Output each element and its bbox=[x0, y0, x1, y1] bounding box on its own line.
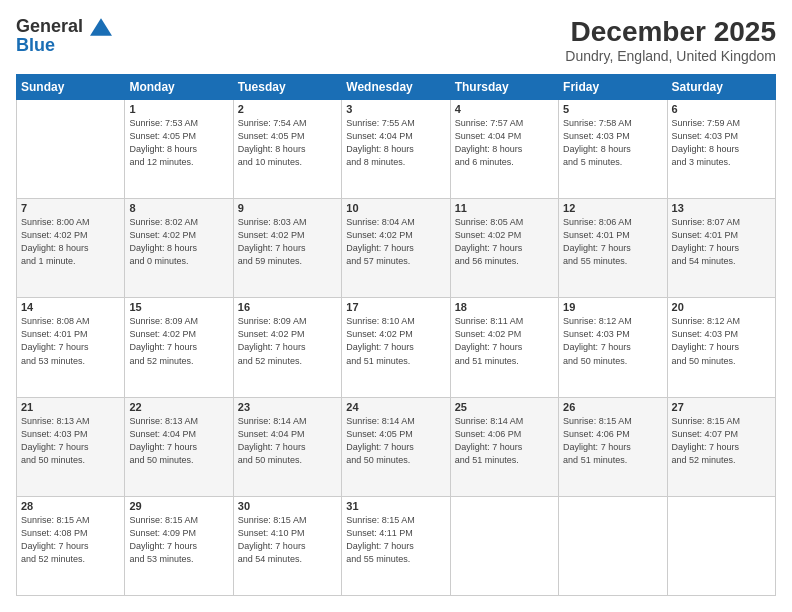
calendar-cell: 22Sunrise: 8:13 AM Sunset: 4:04 PM Dayli… bbox=[125, 397, 233, 496]
logo: General Blue bbox=[16, 16, 112, 56]
calendar-cell bbox=[17, 100, 125, 199]
header: General Blue December 2025 Dundry, Engla… bbox=[16, 16, 776, 64]
day-number: 4 bbox=[455, 103, 554, 115]
day-info: Sunrise: 8:11 AM Sunset: 4:02 PM Dayligh… bbox=[455, 315, 554, 367]
week-row-5: 28Sunrise: 8:15 AM Sunset: 4:08 PM Dayli… bbox=[17, 496, 776, 595]
calendar-cell: 17Sunrise: 8:10 AM Sunset: 4:02 PM Dayli… bbox=[342, 298, 450, 397]
day-number: 21 bbox=[21, 401, 120, 413]
calendar-cell: 28Sunrise: 8:15 AM Sunset: 4:08 PM Dayli… bbox=[17, 496, 125, 595]
day-number: 11 bbox=[455, 202, 554, 214]
week-row-3: 14Sunrise: 8:08 AM Sunset: 4:01 PM Dayli… bbox=[17, 298, 776, 397]
week-row-1: 1Sunrise: 7:53 AM Sunset: 4:05 PM Daylig… bbox=[17, 100, 776, 199]
day-info: Sunrise: 7:58 AM Sunset: 4:03 PM Dayligh… bbox=[563, 117, 662, 169]
logo-icon bbox=[90, 17, 112, 37]
day-header-tuesday: Tuesday bbox=[233, 75, 341, 100]
day-number: 2 bbox=[238, 103, 337, 115]
calendar-cell: 8Sunrise: 8:02 AM Sunset: 4:02 PM Daylig… bbox=[125, 199, 233, 298]
calendar-cell: 4Sunrise: 7:57 AM Sunset: 4:04 PM Daylig… bbox=[450, 100, 558, 199]
logo-blue: Blue bbox=[16, 35, 112, 56]
day-number: 5 bbox=[563, 103, 662, 115]
calendar-cell: 15Sunrise: 8:09 AM Sunset: 4:02 PM Dayli… bbox=[125, 298, 233, 397]
location: Dundry, England, United Kingdom bbox=[565, 48, 776, 64]
page: General Blue December 2025 Dundry, Engla… bbox=[0, 0, 792, 612]
calendar-cell: 29Sunrise: 8:15 AM Sunset: 4:09 PM Dayli… bbox=[125, 496, 233, 595]
calendar-cell: 18Sunrise: 8:11 AM Sunset: 4:02 PM Dayli… bbox=[450, 298, 558, 397]
day-info: Sunrise: 8:14 AM Sunset: 4:04 PM Dayligh… bbox=[238, 415, 337, 467]
calendar-cell: 20Sunrise: 8:12 AM Sunset: 4:03 PM Dayli… bbox=[667, 298, 775, 397]
day-number: 7 bbox=[21, 202, 120, 214]
day-info: Sunrise: 8:10 AM Sunset: 4:02 PM Dayligh… bbox=[346, 315, 445, 367]
day-number: 29 bbox=[129, 500, 228, 512]
day-number: 6 bbox=[672, 103, 771, 115]
day-number: 22 bbox=[129, 401, 228, 413]
day-header-thursday: Thursday bbox=[450, 75, 558, 100]
day-info: Sunrise: 8:13 AM Sunset: 4:03 PM Dayligh… bbox=[21, 415, 120, 467]
day-info: Sunrise: 8:15 AM Sunset: 4:07 PM Dayligh… bbox=[672, 415, 771, 467]
day-info: Sunrise: 7:55 AM Sunset: 4:04 PM Dayligh… bbox=[346, 117, 445, 169]
calendar-cell: 27Sunrise: 8:15 AM Sunset: 4:07 PM Dayli… bbox=[667, 397, 775, 496]
title-block: December 2025 Dundry, England, United Ki… bbox=[565, 16, 776, 64]
calendar-cell: 9Sunrise: 8:03 AM Sunset: 4:02 PM Daylig… bbox=[233, 199, 341, 298]
day-info: Sunrise: 8:14 AM Sunset: 4:06 PM Dayligh… bbox=[455, 415, 554, 467]
day-info: Sunrise: 8:03 AM Sunset: 4:02 PM Dayligh… bbox=[238, 216, 337, 268]
calendar-header-row: SundayMondayTuesdayWednesdayThursdayFrid… bbox=[17, 75, 776, 100]
day-info: Sunrise: 8:14 AM Sunset: 4:05 PM Dayligh… bbox=[346, 415, 445, 467]
calendar-cell: 14Sunrise: 8:08 AM Sunset: 4:01 PM Dayli… bbox=[17, 298, 125, 397]
calendar-cell: 23Sunrise: 8:14 AM Sunset: 4:04 PM Dayli… bbox=[233, 397, 341, 496]
day-info: Sunrise: 8:13 AM Sunset: 4:04 PM Dayligh… bbox=[129, 415, 228, 467]
day-info: Sunrise: 8:08 AM Sunset: 4:01 PM Dayligh… bbox=[21, 315, 120, 367]
calendar-cell bbox=[450, 496, 558, 595]
day-number: 18 bbox=[455, 301, 554, 313]
calendar-cell: 12Sunrise: 8:06 AM Sunset: 4:01 PM Dayli… bbox=[559, 199, 667, 298]
calendar-cell: 10Sunrise: 8:04 AM Sunset: 4:02 PM Dayli… bbox=[342, 199, 450, 298]
calendar-cell: 7Sunrise: 8:00 AM Sunset: 4:02 PM Daylig… bbox=[17, 199, 125, 298]
day-number: 24 bbox=[346, 401, 445, 413]
day-number: 23 bbox=[238, 401, 337, 413]
calendar-cell: 24Sunrise: 8:14 AM Sunset: 4:05 PM Dayli… bbox=[342, 397, 450, 496]
calendar-cell bbox=[667, 496, 775, 595]
logo-general: General bbox=[16, 16, 83, 36]
calendar-cell: 30Sunrise: 8:15 AM Sunset: 4:10 PM Dayli… bbox=[233, 496, 341, 595]
day-info: Sunrise: 8:15 AM Sunset: 4:09 PM Dayligh… bbox=[129, 514, 228, 566]
day-info: Sunrise: 8:00 AM Sunset: 4:02 PM Dayligh… bbox=[21, 216, 120, 268]
day-info: Sunrise: 8:15 AM Sunset: 4:06 PM Dayligh… bbox=[563, 415, 662, 467]
calendar-cell: 11Sunrise: 8:05 AM Sunset: 4:02 PM Dayli… bbox=[450, 199, 558, 298]
day-header-wednesday: Wednesday bbox=[342, 75, 450, 100]
day-header-monday: Monday bbox=[125, 75, 233, 100]
day-info: Sunrise: 8:15 AM Sunset: 4:11 PM Dayligh… bbox=[346, 514, 445, 566]
day-number: 3 bbox=[346, 103, 445, 115]
calendar-cell: 16Sunrise: 8:09 AM Sunset: 4:02 PM Dayli… bbox=[233, 298, 341, 397]
calendar-cell: 21Sunrise: 8:13 AM Sunset: 4:03 PM Dayli… bbox=[17, 397, 125, 496]
day-number: 8 bbox=[129, 202, 228, 214]
calendar-table: SundayMondayTuesdayWednesdayThursdayFrid… bbox=[16, 74, 776, 596]
day-info: Sunrise: 7:59 AM Sunset: 4:03 PM Dayligh… bbox=[672, 117, 771, 169]
day-number: 28 bbox=[21, 500, 120, 512]
day-info: Sunrise: 8:06 AM Sunset: 4:01 PM Dayligh… bbox=[563, 216, 662, 268]
calendar-cell: 1Sunrise: 7:53 AM Sunset: 4:05 PM Daylig… bbox=[125, 100, 233, 199]
day-number: 19 bbox=[563, 301, 662, 313]
day-info: Sunrise: 8:15 AM Sunset: 4:10 PM Dayligh… bbox=[238, 514, 337, 566]
calendar-cell: 26Sunrise: 8:15 AM Sunset: 4:06 PM Dayli… bbox=[559, 397, 667, 496]
day-header-saturday: Saturday bbox=[667, 75, 775, 100]
calendar-cell: 31Sunrise: 8:15 AM Sunset: 4:11 PM Dayli… bbox=[342, 496, 450, 595]
day-number: 12 bbox=[563, 202, 662, 214]
day-number: 27 bbox=[672, 401, 771, 413]
calendar-cell: 19Sunrise: 8:12 AM Sunset: 4:03 PM Dayli… bbox=[559, 298, 667, 397]
day-number: 31 bbox=[346, 500, 445, 512]
day-number: 26 bbox=[563, 401, 662, 413]
svg-marker-0 bbox=[90, 18, 112, 36]
day-number: 16 bbox=[238, 301, 337, 313]
calendar-cell: 6Sunrise: 7:59 AM Sunset: 4:03 PM Daylig… bbox=[667, 100, 775, 199]
day-number: 9 bbox=[238, 202, 337, 214]
calendar-cell: 13Sunrise: 8:07 AM Sunset: 4:01 PM Dayli… bbox=[667, 199, 775, 298]
day-info: Sunrise: 8:15 AM Sunset: 4:08 PM Dayligh… bbox=[21, 514, 120, 566]
day-info: Sunrise: 7:53 AM Sunset: 4:05 PM Dayligh… bbox=[129, 117, 228, 169]
day-number: 14 bbox=[21, 301, 120, 313]
day-info: Sunrise: 7:54 AM Sunset: 4:05 PM Dayligh… bbox=[238, 117, 337, 169]
day-info: Sunrise: 8:04 AM Sunset: 4:02 PM Dayligh… bbox=[346, 216, 445, 268]
calendar-cell: 5Sunrise: 7:58 AM Sunset: 4:03 PM Daylig… bbox=[559, 100, 667, 199]
calendar-cell: 25Sunrise: 8:14 AM Sunset: 4:06 PM Dayli… bbox=[450, 397, 558, 496]
day-header-friday: Friday bbox=[559, 75, 667, 100]
day-number: 17 bbox=[346, 301, 445, 313]
week-row-2: 7Sunrise: 8:00 AM Sunset: 4:02 PM Daylig… bbox=[17, 199, 776, 298]
